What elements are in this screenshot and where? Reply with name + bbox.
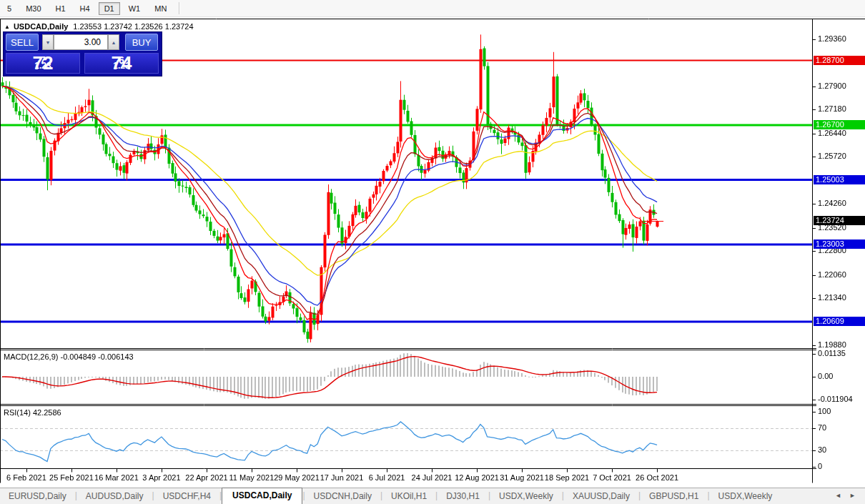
collapse-triangle-icon[interactable]: ▲ [4, 24, 10, 30]
price-axis-label: 1.29360 [818, 34, 846, 43]
volume-decrease-button[interactable]: ▼ [42, 34, 54, 50]
macd-axis-label: -0.011904 [818, 395, 853, 403]
buy-button[interactable]: BUY [125, 34, 158, 51]
chart-tab-usdx-weekly[interactable]: USDX,Weekly [490, 489, 562, 504]
macd-indicator-label: MACD(12,26,9) -0.004849 -0.006143 [4, 352, 134, 361]
timeframe-button-H1[interactable]: H1 [50, 2, 71, 15]
sell-price-display[interactable]: 1.23 72 7 [6, 53, 80, 74]
macd-axis-label: 0.00 [818, 372, 833, 380]
rsi-axis-label: 0 [818, 462, 822, 470]
price-level-tag: 1.25003 [814, 175, 865, 184]
price-level-tag: 1.23003 [814, 239, 865, 249]
price-level-tag: 1.20609 [814, 317, 865, 326]
chevron-down-icon: ▼ [46, 40, 51, 45]
chart-symbol-label: USDCAD,Daily [14, 22, 68, 31]
price-axis-label: 1.22060 [818, 270, 846, 279]
buy-price-display[interactable]: 1.23 74 6 [84, 53, 159, 74]
price-level-tag: 1.23724 [814, 216, 865, 225]
price-axis-label: 1.27900 [818, 81, 846, 90]
price-axis-label: 1.21340 [818, 293, 846, 302]
macd-axis-label: 0.01135 [818, 349, 846, 357]
chart-title-bar: ▲USDCAD,Daily1.23553 1.23742 1.23526 1.2… [4, 22, 194, 31]
date-axis-label: 26 Oct 2021 [628, 473, 686, 482]
price-axis-label: 1.27180 [818, 104, 846, 113]
chart-ohlc-values: 1.23553 1.23742 1.23526 1.23724 [73, 22, 193, 31]
one-click-trading-panel: SELL ▼ ▲ BUY 1.23 72 7 1.23 74 6 [3, 31, 162, 76]
timeframe-button-D1[interactable]: D1 [99, 2, 120, 15]
chart-tab-audusd-daily[interactable]: AUDUSD,Daily [77, 489, 152, 504]
chart-tab-dj30-h1[interactable]: DJ30,H1 [438, 489, 488, 504]
timeframe-button-W1[interactable]: W1 [123, 2, 147, 15]
rsi-axis-label: 30 [818, 445, 826, 454]
toolbar-separator [179, 2, 180, 14]
rsi-indicator-label: RSI(14) 42.2586 [4, 408, 61, 417]
rsi-axis-label: 100 [818, 407, 831, 415]
chart-tab-gbpusd-h1[interactable]: GBPUSD,H1 [641, 489, 707, 504]
chart-tab-usdchf-h4[interactable]: USDCHF,H4 [154, 489, 219, 504]
tabs-scroll-left-icon[interactable]: ◄ [835, 492, 841, 499]
buy-price-pip: 6 [119, 54, 124, 66]
chart-tab-usdcad-daily[interactable]: USDCAD,Daily [222, 488, 302, 504]
volume-increase-button[interactable]: ▲ [108, 34, 119, 50]
chart-tab-ukoil-h1[interactable]: UKOil,H1 [382, 489, 435, 504]
toolbar: 5M30H1H4D1W1MN [0, 0, 865, 17]
chart-tabs-bar: EURUSD,Daily|AUDUSD,Daily|USDCHF,H4|USDC… [0, 488, 865, 504]
chart-tab-eurusd-daily[interactable]: EURUSD,Daily [0, 489, 75, 504]
price-axis-label: 1.25720 [818, 152, 846, 160]
price-axis-label: 1.19880 [818, 340, 846, 349]
rsi-axis-label: 70 [818, 423, 826, 432]
sell-price-pip: 7 [40, 54, 46, 66]
chart-tab-usdcnh-daily[interactable]: USDCNH,Daily [305, 489, 380, 504]
timeframe-button-M30[interactable]: M30 [20, 2, 46, 15]
volume-input[interactable] [54, 34, 108, 50]
price-level-tag: 1.26700 [814, 120, 865, 129]
price-axis-label: 1.24260 [818, 199, 846, 207]
timeframe-button-H4[interactable]: H4 [74, 2, 96, 15]
chevron-up-icon: ▲ [112, 40, 117, 45]
chart-tab-xauusd-daily[interactable]: XAUUSD,Daily [564, 489, 638, 504]
timeframe-button-5[interactable]: 5 [1, 2, 17, 15]
chart-tab-usdx-weekly[interactable]: USDX,Weekly [710, 489, 781, 504]
tabs-scroll-right-icon[interactable]: ► [849, 492, 856, 499]
sell-button[interactable]: SELL [6, 34, 39, 51]
timeframe-button-MN[interactable]: MN [149, 2, 172, 15]
price-level-tag: 1.28700 [814, 56, 865, 65]
price-axis-label: 1.26440 [818, 129, 846, 137]
